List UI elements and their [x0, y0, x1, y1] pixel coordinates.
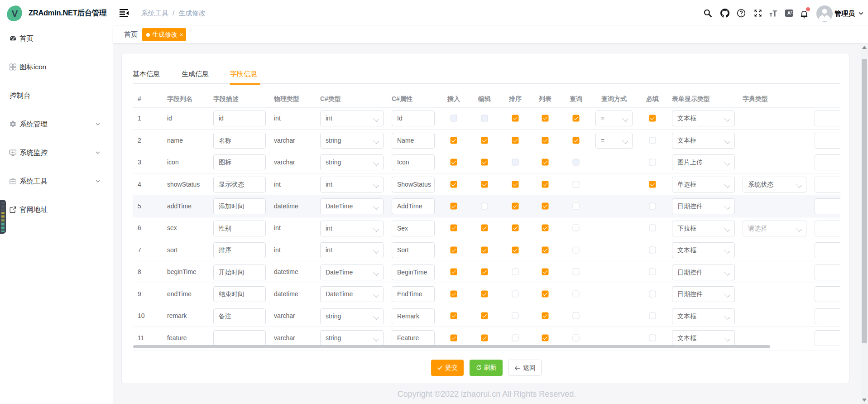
svg-text:V: V [12, 8, 18, 19]
